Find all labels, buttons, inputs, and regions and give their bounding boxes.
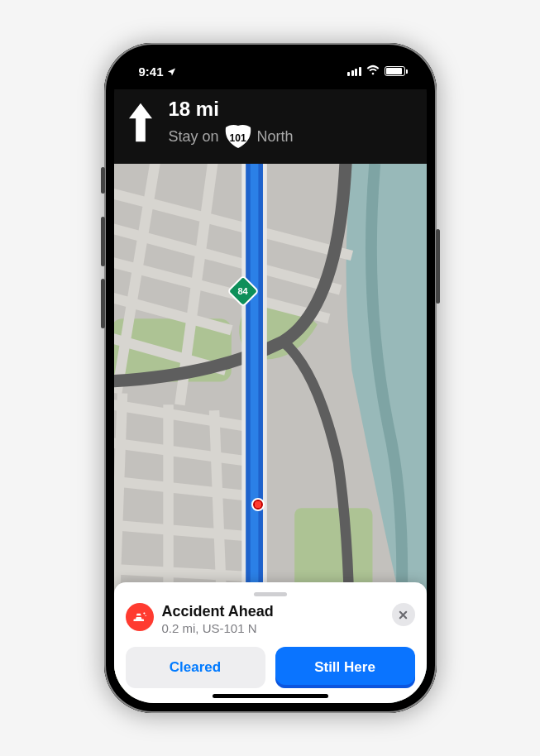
highway-shield-84: 84 (232, 280, 255, 303)
close-button[interactable] (392, 603, 415, 626)
incident-title: Accident Ahead (162, 603, 384, 620)
instruction-pre: Stay on (169, 128, 219, 146)
cellular-signal-icon (347, 67, 361, 76)
navigation-distance: 18 mi (169, 98, 294, 121)
instruction-post: North (257, 128, 294, 146)
navigation-text: 18 mi Stay on 101 North (169, 98, 294, 149)
screen: 9:41 18 mi Stay on (114, 53, 427, 703)
cleared-button[interactable]: Cleared (126, 647, 265, 688)
map-canvas[interactable]: 84 Accident Ahead 0.2 mi, US-101 N (114, 164, 427, 703)
incident-subtitle: 0.2 mi, US-101 N (162, 621, 384, 635)
close-icon (399, 610, 408, 620)
route-shield-number: 101 (224, 127, 252, 149)
navigation-instruction: Stay on 101 North (169, 124, 294, 149)
status-time: 9:41 (139, 65, 164, 79)
volume-down-button (101, 279, 105, 328)
incident-card: Accident Ahead 0.2 mi, US-101 N Cleared … (114, 582, 427, 703)
status-left: 9:41 (139, 65, 176, 79)
volume-up-button (101, 217, 105, 266)
route-shield-icon: 101 (224, 124, 252, 149)
still-here-button[interactable]: Still Here (275, 647, 415, 688)
status-right (347, 64, 405, 79)
arrow-up-icon (129, 103, 154, 149)
card-grabber[interactable] (254, 592, 287, 596)
car-crash-icon (126, 603, 154, 631)
wifi-icon (366, 64, 380, 79)
phone-frame: 9:41 18 mi Stay on (104, 43, 437, 713)
mute-switch (101, 167, 105, 194)
battery-icon (385, 66, 405, 76)
highway-shield-84-label: 84 (232, 280, 255, 303)
notch (196, 53, 345, 76)
navigation-banner: 18 mi Stay on 101 North (114, 89, 427, 164)
power-button (436, 229, 440, 304)
home-indicator[interactable] (213, 694, 328, 698)
incident-marker-icon[interactable] (251, 498, 265, 511)
location-arrow-icon (167, 65, 176, 79)
